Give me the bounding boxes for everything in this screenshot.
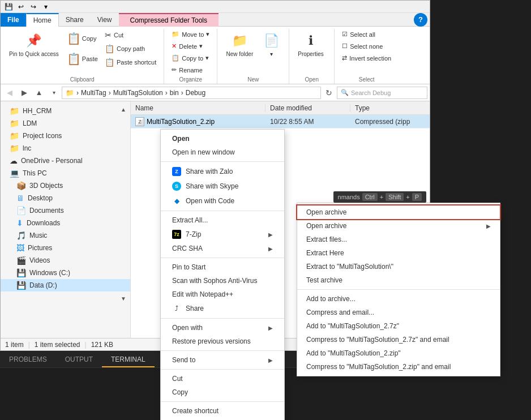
help-button[interactable]: ? bbox=[414, 13, 427, 27]
tab-view[interactable]: View bbox=[91, 13, 119, 27]
move-to-button[interactable]: 📁 Move to ▾ bbox=[169, 29, 212, 40]
paste-button[interactable]: 📋 Paste bbox=[64, 49, 101, 68]
forward-button[interactable]: ▶ bbox=[18, 86, 31, 100]
new-folder-button[interactable]: 📁 New folder bbox=[222, 29, 257, 60]
shortcut-commands-label: nmands bbox=[338, 194, 360, 200]
submenu-open-archive-1[interactable]: Open archive bbox=[297, 205, 500, 219]
ctx-notepadpp[interactable]: Edit with Notepad++ bbox=[161, 288, 284, 301]
new-item-button[interactable]: 📄 ▾ bbox=[258, 29, 284, 60]
invert-selection-button[interactable]: ⇄ Invert selection bbox=[339, 53, 394, 63]
ctx-open-with[interactable]: Open with ▶ bbox=[161, 321, 284, 335]
qat-dropdown[interactable]: ▾ bbox=[40, 1, 52, 12]
properties-button[interactable]: ℹ Properties bbox=[294, 29, 328, 60]
ctx-sep-6 bbox=[161, 369, 284, 370]
tab-file[interactable]: File bbox=[1, 13, 26, 27]
sidebar-item-3d-objects[interactable]: 📦 3D Objects bbox=[1, 179, 130, 192]
copy-button[interactable]: 📋 Copy bbox=[64, 29, 101, 48]
sidebar-item-ldm[interactable]: 📁 LDM bbox=[1, 117, 130, 130]
ctx-open-new-window[interactable]: Open in new window bbox=[161, 145, 284, 159]
sidebar-item-lnc[interactable]: 📁 lnc bbox=[1, 142, 130, 155]
tab-share[interactable]: Share bbox=[59, 13, 91, 27]
tab-problems[interactable]: PROBLEMS bbox=[0, 352, 56, 367]
sidebar-scroll-down[interactable]: ▼ bbox=[118, 293, 129, 304]
qat-save[interactable]: 💾 bbox=[3, 1, 14, 12]
ctx-share-zalo[interactable]: Z Share with Zalo bbox=[161, 164, 284, 179]
ctx-share-skype[interactable]: S Share with Skype bbox=[161, 179, 284, 194]
select-buttons: ☑ Select all ☐ Select none ⇄ Invert sele… bbox=[339, 29, 394, 63]
submenu-add-7z[interactable]: Add to "MultiTagSolution_2.7z" bbox=[297, 319, 500, 333]
submenu-extract-files[interactable]: Extract files... bbox=[297, 233, 500, 246]
sidebar: ▲ 📁 HH_CRM 📁 LDM 📁 Project Icons 📁 lnc ☁… bbox=[1, 101, 131, 338]
sidebar-item-windows[interactable]: 💾 Windows (C:) bbox=[1, 267, 130, 279]
expand-path-button[interactable]: ▾ bbox=[47, 86, 61, 100]
delete-button[interactable]: ✕ Delete ▾ bbox=[169, 41, 212, 52]
ctx-crc-sha[interactable]: CRC SHA ▶ bbox=[161, 242, 284, 255]
ctx-share[interactable]: ⤴ Share bbox=[161, 301, 284, 316]
submenu-test-archive[interactable]: Test archive bbox=[297, 273, 500, 287]
col-name-header[interactable]: Name bbox=[131, 104, 266, 112]
ctx-open-code[interactable]: ◆ Open with Code bbox=[161, 194, 284, 208]
tab-home[interactable]: Home bbox=[26, 13, 59, 27]
qat-redo[interactable]: ↪ bbox=[28, 1, 39, 12]
sidebar-item-videos[interactable]: 🎬 Videos bbox=[1, 254, 130, 267]
ctx-7zip[interactable]: 7z 7-Zip ▶ bbox=[161, 227, 284, 242]
ctx-restore-versions[interactable]: Restore previous versions bbox=[161, 335, 284, 348]
ctx-delete[interactable]: Delete bbox=[161, 418, 284, 420]
qat-undo[interactable]: ↩ bbox=[15, 1, 27, 12]
sidebar-label: 3D Objects bbox=[29, 182, 63, 190]
refresh-button[interactable]: ↻ bbox=[322, 86, 336, 100]
ctx-open[interactable]: Open bbox=[161, 132, 284, 145]
ctx-cut[interactable]: Cut bbox=[161, 372, 284, 385]
sidebar-item-desktop[interactable]: 🖥 Desktop bbox=[1, 192, 130, 204]
col-type-header[interactable]: Type bbox=[350, 104, 430, 112]
sidebar-item-this-pc[interactable]: 💻 This PC bbox=[1, 167, 130, 179]
submenu-open-archive-2[interactable]: Open archive ▶ bbox=[297, 219, 500, 233]
ctx-copy[interactable]: Copy bbox=[161, 385, 284, 399]
sidebar-label: Music bbox=[29, 232, 47, 239]
sidebar-item-data[interactable]: 💾 Data (D:) bbox=[1, 279, 130, 292]
ctx-send-to[interactable]: Send to ▶ bbox=[161, 353, 284, 367]
paste-shortcut-button[interactable]: 📋 Paste shortcut bbox=[102, 56, 159, 68]
tab-terminal[interactable]: TERMINAL bbox=[102, 352, 155, 367]
tab-output[interactable]: OUTPUT bbox=[56, 352, 102, 367]
rename-button[interactable]: ✏ Rename bbox=[169, 65, 212, 75]
back-button[interactable]: ◀ bbox=[3, 86, 16, 100]
submenu-extract-here[interactable]: Extract Here bbox=[297, 246, 500, 260]
sidebar-item-project-icons[interactable]: 📁 Project Icons bbox=[1, 130, 130, 142]
submenu-compress-zip-email[interactable]: Compress to "MultiTagSolution_2.zip" and… bbox=[297, 360, 500, 374]
7zip-icon: 7z bbox=[172, 230, 181, 239]
table-row[interactable]: Z MultiTagSolution_2.zip 10/22 8:55 AM C… bbox=[131, 115, 430, 128]
sidebar-item-downloads[interactable]: ⬇ Downloads bbox=[1, 217, 130, 229]
submenu-compress-7z-email[interactable]: Compress to "MultiTagSolution_2.7z" and … bbox=[297, 333, 500, 346]
sidebar-scroll-up[interactable]: ▲ bbox=[118, 104, 129, 115]
submenu-compress-email[interactable]: Compress and email... bbox=[297, 306, 500, 319]
search-box[interactable]: 🔍 Search Debug bbox=[337, 87, 427, 99]
select-all-button[interactable]: ☑ Select all bbox=[339, 29, 394, 40]
sidebar-item-pictures[interactable]: 🖼 Pictures bbox=[1, 242, 130, 254]
up-button[interactable]: ▲ bbox=[32, 86, 46, 100]
col-date-header[interactable]: Date modified bbox=[266, 104, 350, 112]
ctx-create-shortcut[interactable]: Create shortcut bbox=[161, 404, 284, 418]
ctx-sophos[interactable]: Scan with Sophos Anti-Virus bbox=[161, 274, 284, 288]
cut-button[interactable]: ✂ Cut bbox=[102, 29, 159, 41]
sidebar-item-music[interactable]: 🎵 Music bbox=[1, 229, 130, 242]
folder-icon: 🖥 bbox=[16, 194, 24, 203]
new-folder-icon: 📁 bbox=[230, 32, 249, 50]
ctx-sep-5 bbox=[161, 350, 284, 351]
submenu-extract-to[interactable]: Extract to "MultiTagSolution\" bbox=[297, 260, 500, 273]
ctx-extract-all[interactable]: Extract All... bbox=[161, 213, 284, 227]
tab-compressed[interactable]: Compressed Folder Tools bbox=[119, 13, 219, 27]
submenu-add-zip[interactable]: Add to "MultiTagSolution_2.zip" bbox=[297, 346, 500, 360]
pin-quick-access-button[interactable]: 📌 Pin to Quick access bbox=[5, 29, 63, 61]
file-date-cell: 10/22 8:55 AM bbox=[266, 118, 350, 126]
address-path[interactable]: 📁 › MultiTag › MultiTagSolution › bin › … bbox=[62, 87, 321, 99]
submenu-add-to-archive[interactable]: Add to archive... bbox=[297, 292, 500, 306]
sidebar-item-onedrive[interactable]: ☁ OneDrive - Personal bbox=[1, 155, 130, 167]
shortcut-ctrl: Ctrl bbox=[362, 193, 378, 201]
copy-to-button[interactable]: 📋 Copy to ▾ bbox=[169, 53, 212, 63]
select-none-button[interactable]: ☐ Select none bbox=[339, 41, 394, 52]
copy-path-button[interactable]: 📋 Copy path bbox=[102, 42, 159, 55]
sidebar-item-hh-crm[interactable]: 📁 HH_CRM bbox=[1, 105, 130, 117]
ctx-pin-start[interactable]: Pin to Start bbox=[161, 260, 284, 274]
sidebar-item-documents[interactable]: 📄 Documents bbox=[1, 204, 130, 217]
